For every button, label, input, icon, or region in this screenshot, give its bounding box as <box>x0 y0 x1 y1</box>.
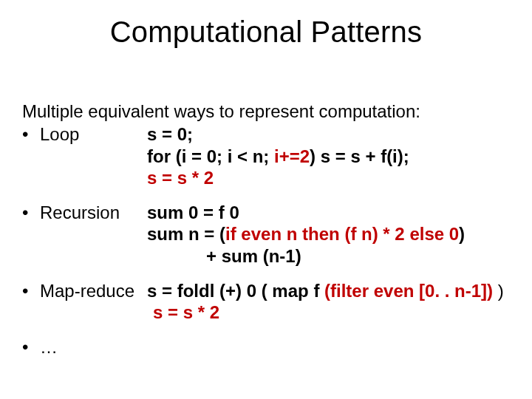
bullet-dot-icon: • <box>22 202 40 223</box>
bullet-label-loop: Loop <box>40 123 147 145</box>
mr-l2: s = s * 2 <box>153 302 219 322</box>
bullet-ellipsis: • … <box>22 336 520 358</box>
bullet-label-ellipsis: … <box>40 336 147 358</box>
mr-l1c: ) <box>493 281 504 301</box>
code-loop: s = 0; for (i = 0; i < n; i+=2) s = s + … <box>147 123 520 188</box>
code-recursion: sum 0 = f 0 sum n = (if even n then (f n… <box>147 202 520 267</box>
slide: Computational Patterns Multiple equivale… <box>0 0 532 399</box>
loop-l1: s = 0; <box>147 124 193 144</box>
intro-text: Multiple equivalent ways to represent co… <box>22 100 520 122</box>
bullet-label-mapreduce: Map-reduce <box>40 280 147 301</box>
bullet-dot-icon: • <box>22 280 40 301</box>
loop-l2b: i+=2 <box>274 146 310 166</box>
bullet-label-recursion: Recursion <box>40 202 147 223</box>
rec-l2a: sum n = ( <box>147 224 225 244</box>
loop-l2c: ) s = s + f(i); <box>310 146 409 166</box>
rec-l2b: if even n then (f n) * 2 else 0 <box>225 224 459 244</box>
slide-title: Computational Patterns <box>0 16 532 47</box>
bullet-recursion: • Recursion sum 0 = f 0 sum n = (if even… <box>22 202 520 267</box>
bullet-loop: • Loop s = 0; for (i = 0; i < n; i+=2) s… <box>22 123 520 188</box>
loop-l3: s = s * 2 <box>147 168 214 188</box>
rec-l1: sum 0 = f 0 <box>147 202 239 222</box>
rec-l2c: ) <box>459 224 465 244</box>
slide-body: Multiple equivalent ways to represent co… <box>22 100 520 358</box>
mr-l1b: (filter even [0. . n-1]) <box>324 281 493 301</box>
bullet-dot-icon: • <box>22 336 40 358</box>
bullet-mapreduce: • Map-reduce s = foldl (+) 0 ( map f (fi… <box>22 280 520 324</box>
bullet-dot-icon: • <box>22 123 40 145</box>
mr-l1a: s = foldl (+) 0 ( map f <box>147 281 324 301</box>
rec-l3: + sum (n-1) <box>206 246 301 266</box>
code-mapreduce: s = foldl (+) 0 ( map f (filter even [0.… <box>147 280 520 324</box>
bullet-list: • Loop s = 0; for (i = 0; i < n; i+=2) s… <box>22 123 520 358</box>
loop-l2a: for (i = 0; i < n; <box>147 146 274 166</box>
